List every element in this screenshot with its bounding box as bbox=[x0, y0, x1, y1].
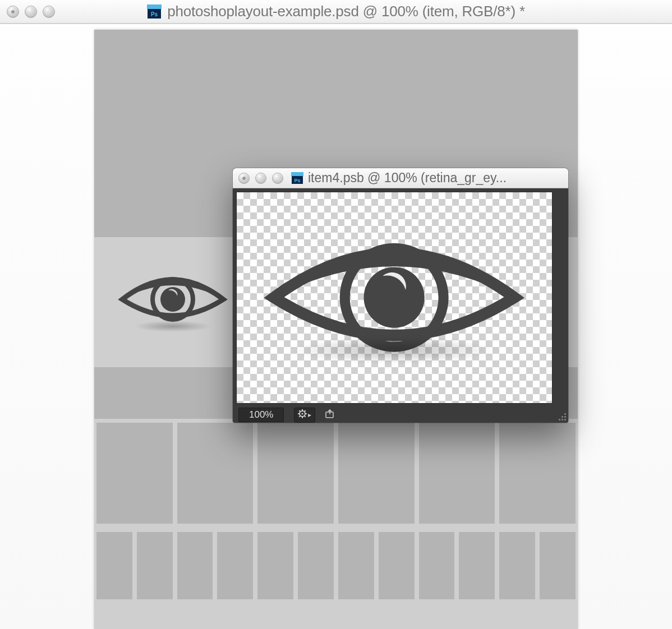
layout-cell bbox=[298, 532, 334, 599]
layout-cell bbox=[338, 532, 374, 599]
transparent-canvas[interactable] bbox=[236, 192, 553, 404]
layout-cell bbox=[338, 423, 415, 524]
svg-text:Ps: Ps bbox=[151, 11, 158, 17]
svg-point-12 bbox=[302, 413, 303, 414]
close-button[interactable] bbox=[7, 6, 19, 18]
layout-cell bbox=[540, 532, 576, 599]
layout-cell bbox=[96, 423, 173, 524]
title-group: Ps photoshoplayout-example.psd @ 100% (i… bbox=[0, 3, 672, 20]
main-titlebar[interactable]: Ps photoshoplayout-example.psd @ 100% (i… bbox=[0, 0, 672, 24]
main-title: photoshoplayout-example.psd @ 100% (item… bbox=[167, 3, 525, 20]
layout-cell bbox=[96, 532, 132, 599]
traffic-lights bbox=[7, 6, 55, 18]
layout-cell bbox=[459, 532, 495, 599]
photoshop-file-icon: Ps bbox=[147, 4, 162, 19]
gear-icon[interactable] bbox=[298, 409, 307, 421]
svg-line-19 bbox=[305, 410, 306, 411]
minimize-button[interactable] bbox=[255, 173, 266, 184]
traffic-lights bbox=[238, 173, 283, 184]
zoom-button[interactable] bbox=[272, 173, 283, 184]
float-titlebar[interactable]: Ps item4.psb @ 100% (retina_gr_ey... bbox=[233, 168, 568, 188]
chevron-right-icon[interactable]: ▸ bbox=[308, 411, 311, 419]
svg-rect-6 bbox=[291, 172, 303, 176]
photoshop-file-icon: Ps bbox=[291, 172, 303, 184]
svg-rect-0 bbox=[147, 4, 162, 9]
layout-cell bbox=[499, 532, 535, 599]
status-tools: ▸ bbox=[294, 408, 315, 423]
float-body bbox=[233, 188, 568, 407]
svg-line-18 bbox=[305, 415, 306, 417]
eye-icon-large bbox=[259, 215, 530, 380]
layout-cell bbox=[419, 423, 495, 524]
layout-cell bbox=[217, 532, 253, 599]
drop-shadow bbox=[291, 337, 497, 363]
layout-cell bbox=[137, 532, 173, 599]
svg-rect-1 bbox=[148, 9, 161, 18]
svg-text:Ps: Ps bbox=[294, 178, 300, 183]
minimize-button[interactable] bbox=[25, 6, 37, 18]
eye-icon bbox=[117, 266, 229, 339]
zoom-button[interactable] bbox=[43, 6, 55, 18]
layout-grid-row-2 bbox=[94, 526, 578, 599]
float-title: item4.psb @ 100% (retina_gr_ey... bbox=[308, 170, 563, 186]
close-button[interactable] bbox=[238, 173, 250, 184]
layout-grid-row-1 bbox=[94, 422, 578, 524]
vertical-scrollbar[interactable] bbox=[555, 192, 565, 404]
layout-cell bbox=[177, 423, 254, 524]
share-icon[interactable] bbox=[325, 409, 335, 421]
layout-cell bbox=[379, 532, 415, 599]
layout-cell bbox=[257, 423, 334, 524]
layout-cell bbox=[499, 423, 576, 524]
svg-line-17 bbox=[300, 410, 301, 411]
layout-cell bbox=[257, 532, 293, 599]
floating-document-window[interactable]: Ps item4.psb @ 100% (retina_gr_ey... bbox=[233, 168, 568, 423]
layout-cell bbox=[419, 532, 455, 599]
layout-cell bbox=[177, 532, 213, 599]
resize-grip[interactable] bbox=[557, 411, 566, 420]
status-bar: 100% ▸ bbox=[233, 407, 568, 423]
svg-point-3 bbox=[135, 321, 211, 332]
zoom-level-field[interactable]: 100% bbox=[238, 408, 284, 422]
svg-line-20 bbox=[300, 415, 301, 417]
